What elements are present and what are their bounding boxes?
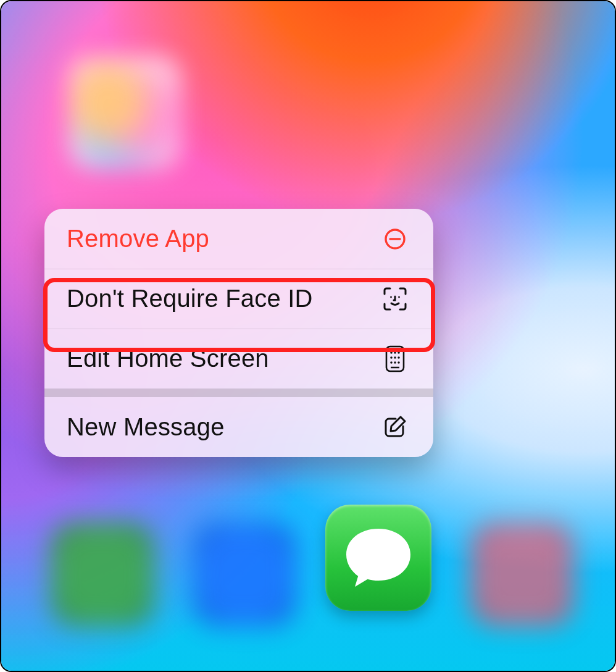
menu-item-new-message[interactable]: New Message bbox=[44, 397, 433, 457]
svg-point-6 bbox=[394, 351, 396, 354]
svg-point-10 bbox=[397, 356, 400, 359]
menu-item-label: Remove App bbox=[67, 225, 209, 253]
speech-bubble-icon bbox=[341, 524, 415, 592]
svg-point-2 bbox=[390, 296, 392, 298]
svg-point-3 bbox=[398, 296, 400, 298]
svg-point-13 bbox=[397, 361, 400, 364]
blurred-dock-app-3 bbox=[470, 523, 574, 626]
svg-point-8 bbox=[390, 356, 393, 359]
menu-item-label: Don't Require Face ID bbox=[67, 285, 313, 313]
menu-separator bbox=[44, 388, 433, 397]
blurred-app-icon bbox=[68, 56, 181, 169]
blurred-dock-app-2 bbox=[193, 523, 296, 626]
messages-app-icon[interactable] bbox=[325, 505, 431, 611]
menu-item-dont-require-face-id[interactable]: Don't Require Face ID bbox=[44, 269, 433, 329]
svg-point-9 bbox=[394, 356, 396, 359]
menu-item-edit-home-screen[interactable]: Edit Home Screen bbox=[44, 329, 433, 388]
compose-icon bbox=[381, 414, 409, 441]
apps-grid-icon bbox=[381, 345, 409, 372]
svg-point-12 bbox=[394, 361, 396, 364]
blurred-dock-app-1 bbox=[51, 523, 154, 626]
svg-point-11 bbox=[390, 361, 393, 364]
face-id-icon bbox=[381, 285, 409, 313]
menu-item-remove-app[interactable]: Remove App bbox=[44, 209, 433, 269]
menu-item-label: Edit Home Screen bbox=[67, 345, 269, 372]
svg-point-7 bbox=[397, 351, 400, 354]
svg-point-5 bbox=[390, 351, 393, 354]
app-context-menu: Remove App Don't Require Face ID Edit Ho… bbox=[44, 209, 433, 457]
ios-home-screen: Remove App Don't Require Face ID Edit Ho… bbox=[0, 0, 616, 672]
minus-circle-icon bbox=[381, 225, 409, 253]
menu-item-label: New Message bbox=[67, 413, 225, 441]
